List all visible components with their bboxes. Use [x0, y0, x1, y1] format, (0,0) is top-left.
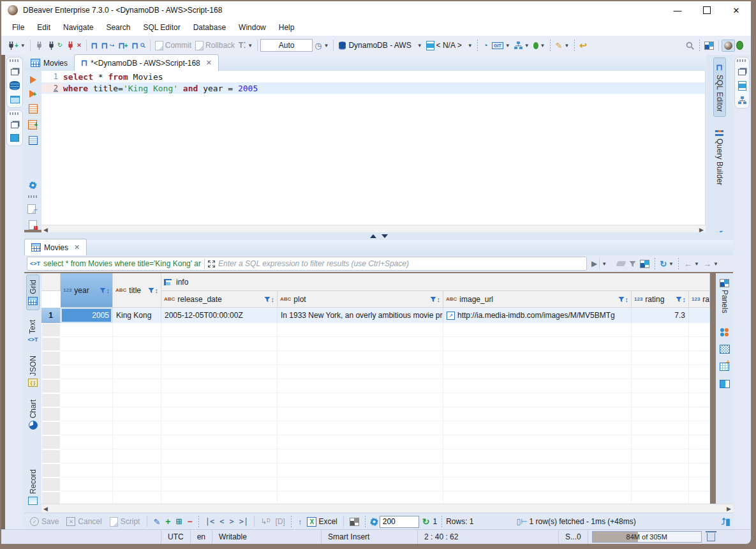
timezone-indicator[interactable]: UTC [161, 530, 191, 544]
garbage-collect-icon[interactable] [707, 533, 715, 541]
filter-funnel-icon[interactable] [430, 296, 436, 303]
column-header-release-date[interactable]: ABC release_date ↕ [161, 291, 278, 308]
refetch-button[interactable]: ↻ [420, 516, 432, 527]
panel-value-viewer-icon[interactable] [720, 345, 730, 354]
new-connection-button[interactable]: +▼ [5, 40, 27, 51]
outline-view-icon[interactable] [738, 96, 746, 104]
tab-sql-editor-vertical[interactable]: ⊓ SQL Editor [713, 57, 726, 117]
filter-funnel-icon[interactable] [100, 287, 106, 294]
database-navigator-icon[interactable] [10, 81, 20, 90]
column-header-rating[interactable]: 123 rating ↕ [632, 291, 689, 308]
memory-gauge[interactable]: 84M of 305M [592, 531, 702, 543]
nav-back-button[interactable]: ←▼ [682, 259, 701, 269]
sort-arrows-icon[interactable]: ↕ [683, 296, 686, 303]
save-filter-button[interactable] [627, 259, 638, 269]
sash-maximize-icon[interactable] [370, 234, 376, 238]
projects-view-icon[interactable] [10, 96, 20, 103]
menu-database[interactable]: Database [188, 20, 232, 34]
execute-script-button[interactable] [29, 104, 38, 114]
empty-row[interactable] [41, 379, 710, 393]
cell-rating[interactable]: 7.3 [632, 308, 689, 323]
tab-text[interactable]: Text <>T [26, 315, 39, 347]
writable-indicator[interactable]: Writable [212, 530, 322, 544]
close-button[interactable]: ✕ [722, 1, 751, 19]
tab-query-builder-vertical[interactable]: Query Builder [714, 126, 725, 190]
cell-release-date[interactable]: 2005-12-05T00:00:00Z [161, 308, 278, 323]
cell-image-url[interactable]: ↗http://ia.media-imdb.com/images/M/MV5BM… [443, 308, 632, 323]
minimized-view-icon[interactable] [10, 134, 19, 142]
empty-row[interactable] [41, 407, 710, 421]
empty-row[interactable] [41, 421, 710, 435]
grid-config-button[interactable] [348, 516, 361, 527]
table-row[interactable]: 1 2005 King Kong 2005-12-05T00:00:00Z In… [41, 308, 710, 323]
commit-button[interactable]: Commit [153, 40, 193, 52]
reconnect-button[interactable]: ↻ [45, 40, 64, 51]
new-sql-script-button[interactable]: ⊓+ [117, 40, 130, 52]
drag-handle-icon[interactable] [10, 112, 20, 115]
select-row-button[interactable]: [D] [274, 516, 287, 527]
go-to-row-button[interactable]: ↳ᴰ [258, 516, 272, 527]
sash-minimize-icon[interactable] [382, 234, 388, 238]
disconnect-button[interactable]: ✕ [64, 40, 84, 51]
editor-results-sash[interactable] [24, 232, 733, 240]
commit-mode-combo[interactable]: Auto [260, 39, 313, 52]
execute-statement-button[interactable] [30, 76, 36, 84]
results-horizontal-scrollbar[interactable]: ◀▶ [41, 504, 733, 513]
cell-title[interactable]: King Kong [113, 308, 161, 323]
open-recent-sql-button[interactable]: ⊓↪ [100, 40, 117, 52]
explain-plan-button[interactable] [29, 136, 38, 146]
empty-row[interactable] [41, 435, 710, 449]
tab-grid[interactable]: Grid [26, 274, 40, 310]
script-validate-button[interactable]: ! [29, 220, 38, 230]
tab-chart[interactable]: Chart [27, 395, 39, 434]
result-settings-button[interactable] [370, 518, 378, 526]
filter-input[interactable]: <>T select * from Movies where title='Ki… [27, 257, 587, 271]
tab-panels[interactable]: Panels [718, 274, 730, 318]
scroll-right-icon[interactable]: ▶ [727, 506, 731, 512]
panel-layout-icon[interactable] [720, 380, 730, 388]
save-button[interactable]: ✓Save [27, 517, 62, 526]
transaction-log-button[interactable]: T⁚▼ [237, 40, 255, 50]
export-data-button[interactable]: ↑ [296, 516, 304, 527]
filter-history-button[interactable]: ▼ [600, 260, 609, 268]
nav-forward-button[interactable]: →▼ [701, 259, 720, 269]
export-excel-button[interactable]: XExcel [305, 516, 339, 528]
column-header-image-url[interactable]: ABC image_url ↕ [443, 291, 632, 308]
sort-arrows-icon[interactable]: ↕ [437, 296, 441, 303]
column-header-info[interactable]: info [161, 273, 710, 291]
add-row-button[interactable]: + [163, 516, 172, 527]
search-toolbar-button[interactable] [684, 40, 696, 51]
close-icon[interactable]: ✕ [206, 59, 212, 67]
tab-results-movies[interactable]: Movies ✕ [24, 239, 87, 255]
dashboard-button[interactable]: ◔ [481, 40, 490, 51]
export-result-button[interactable]: → [27, 204, 38, 214]
menu-file[interactable]: File [6, 20, 30, 34]
tab-json[interactable]: JSON { } [27, 351, 39, 391]
column-header-year[interactable]: 123 year ↕ [61, 273, 113, 308]
apply-filter-button[interactable]: ▶ [589, 259, 599, 269]
git-button[interactable]: GIT▼ [490, 41, 512, 50]
active-schema-combo[interactable]: < N/A >▼ [424, 40, 475, 52]
empty-row[interactable] [41, 365, 710, 379]
compose-button[interactable]: ✎▼ [553, 40, 571, 51]
empty-row[interactable] [41, 492, 710, 504]
browse-sql-button[interactable]: ⊓ [130, 40, 147, 52]
maximize-button[interactable] [692, 1, 722, 19]
rollback-button[interactable]: Rollback [193, 40, 237, 52]
dbeaver-perspective-button[interactable] [722, 40, 735, 52]
fetch-next-page-icon[interactable]: ⤴▮ [721, 516, 730, 527]
active-connection-combo[interactable]: DynamoDB - AWS▼ [336, 40, 424, 51]
menu-navigate[interactable]: Navigate [57, 20, 99, 34]
first-row-button[interactable]: |< [204, 517, 216, 526]
panel-zoom-icons[interactable] [720, 328, 729, 337]
edit-cell-button[interactable]: ✎ [151, 516, 162, 527]
menu-sql-editor[interactable]: SQL Editor [137, 20, 186, 34]
cell-year-selected[interactable]: 2005 [61, 308, 113, 323]
selection-indicator[interactable]: S...0 [559, 530, 588, 544]
empty-row[interactable] [41, 323, 710, 337]
drag-handle-icon[interactable] [737, 59, 747, 62]
expand-filter-icon[interactable] [208, 260, 215, 267]
menu-help[interactable]: Help [273, 20, 300, 34]
next-row-button[interactable]: > [227, 517, 235, 526]
previous-row-button[interactable]: < [218, 517, 226, 526]
